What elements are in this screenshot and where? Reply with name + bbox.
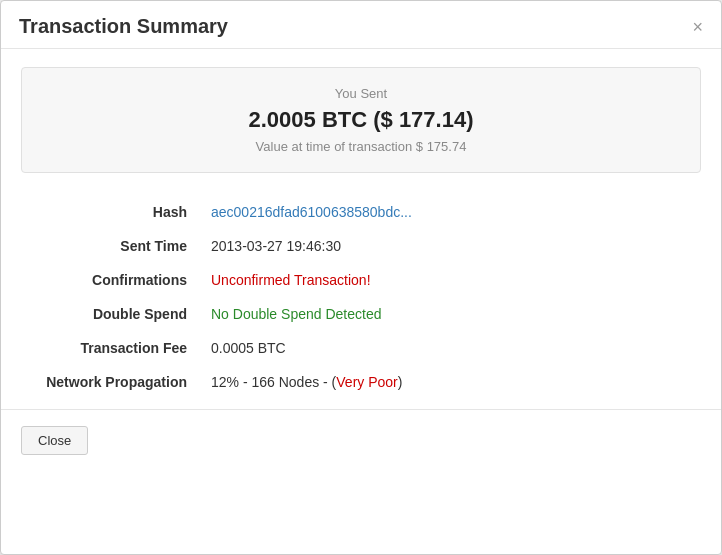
confirmations-value-cell: Unconfirmed Transaction! (201, 263, 701, 297)
transaction-summary-dialog: Transaction Summary × You Sent 2.0005 BT… (0, 0, 722, 555)
network-propagation-label: Network Propagation (21, 365, 201, 399)
summary-box: You Sent 2.0005 BTC ($ 177.14) Value at … (21, 67, 701, 173)
confirmations-label: Confirmations (21, 263, 201, 297)
sent-time-label: Sent Time (21, 229, 201, 263)
dialog-body: You Sent 2.0005 BTC ($ 177.14) Value at … (1, 49, 721, 399)
network-propagation-prefix: 12% - 166 Nodes - ( (211, 374, 336, 390)
table-row-confirmations: Confirmations Unconfirmed Transaction! (21, 263, 701, 297)
double-spend-label: Double Spend (21, 297, 201, 331)
table-row-double-spend: Double Spend No Double Spend Detected (21, 297, 701, 331)
dialog-footer: Close (1, 409, 721, 471)
table-row-transaction-fee: Transaction Fee 0.0005 BTC (21, 331, 701, 365)
hash-label: Hash (21, 195, 201, 229)
network-propagation-status: Very Poor (336, 374, 397, 390)
network-propagation-value-cell: 12% - 166 Nodes - (Very Poor) (201, 365, 701, 399)
summary-value-at-time: Value at time of transaction $ 175.74 (42, 139, 680, 154)
table-row-sent-time: Sent Time 2013-03-27 19:46:30 (21, 229, 701, 263)
double-spend-value: No Double Spend Detected (211, 306, 381, 322)
confirmations-value: Unconfirmed Transaction! (211, 272, 371, 288)
double-spend-value-cell: No Double Spend Detected (201, 297, 701, 331)
close-icon[interactable]: × (692, 18, 703, 36)
details-table: Hash aec00216dfad6100638580bdc... Sent T… (21, 195, 701, 399)
dialog-title: Transaction Summary (19, 15, 228, 38)
table-row-hash: Hash aec00216dfad6100638580bdc... (21, 195, 701, 229)
close-button[interactable]: Close (21, 426, 88, 455)
dialog-header: Transaction Summary × (1, 1, 721, 49)
transaction-fee-value: 0.0005 BTC (201, 331, 701, 365)
hash-link[interactable]: aec00216dfad6100638580bdc... (211, 204, 412, 220)
network-propagation-suffix: ) (398, 374, 403, 390)
summary-amount: 2.0005 BTC ($ 177.14) (42, 107, 680, 133)
hash-value-cell: aec00216dfad6100638580bdc... (201, 195, 701, 229)
summary-label: You Sent (42, 86, 680, 101)
transaction-fee-label: Transaction Fee (21, 331, 201, 365)
sent-time-value: 2013-03-27 19:46:30 (201, 229, 701, 263)
table-row-network-propagation: Network Propagation 12% - 166 Nodes - (V… (21, 365, 701, 399)
